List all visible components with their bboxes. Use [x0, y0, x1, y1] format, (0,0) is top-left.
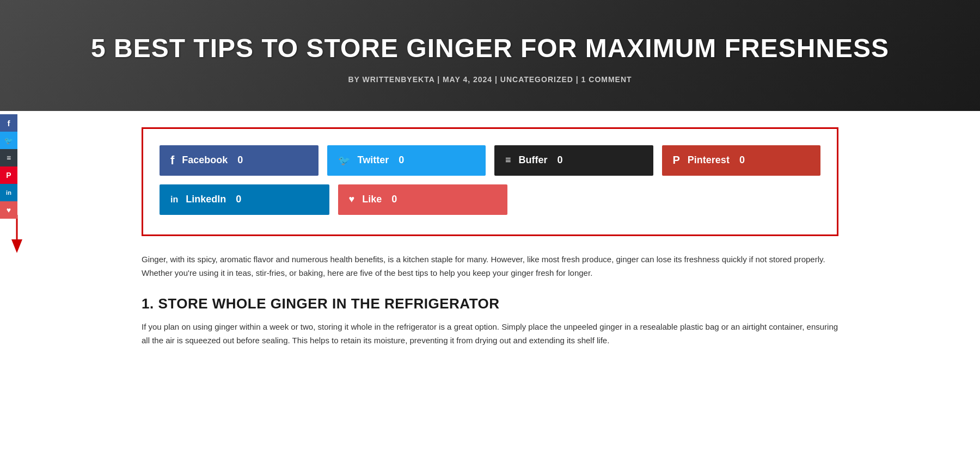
twitter-share-count: 0 [399, 155, 404, 166]
pinterest-share-label: Pinterest [688, 155, 730, 166]
share-row-2: in LinkedIn 0 ♥ Like 0 [160, 184, 820, 215]
love-share-count: 0 [391, 194, 397, 205]
linkedin-share-label: LinkedIn [186, 194, 226, 205]
main-content: f Facebook 0 🐦 Twitter 0 ≡ Buffer 0 P Pi… [109, 111, 871, 369]
meta-sep3: | [576, 75, 579, 84]
buffer-share-count: 0 [558, 155, 563, 166]
hero-section: 5 Best Tips to Store Ginger for Maximum … [0, 0, 980, 111]
meta-comments[interactable]: 1 COMMENT [581, 75, 632, 84]
sidebar-buffer-button[interactable]: ≡ [0, 149, 17, 166]
share-box: f Facebook 0 🐦 Twitter 0 ≡ Buffer 0 P Pi… [142, 127, 838, 236]
love-share-icon: ♥ [349, 194, 355, 205]
section1-heading: 1. Store Whole Ginger in the Refrigerato… [142, 295, 838, 312]
twitter-share-label: Twitter [358, 155, 389, 166]
linkedin-share-icon: in [170, 195, 178, 205]
sidebar-twitter-button[interactable]: 🐦 [0, 132, 17, 149]
facebook-icon: f [8, 119, 10, 128]
sidebar-linkedin-button[interactable]: in [0, 184, 17, 201]
linkedin-icon: in [6, 189, 11, 196]
meta-prefix: BY [348, 75, 359, 84]
svg-marker-1 [11, 239, 22, 253]
section1-text: If you plan on using ginger within a wee… [142, 320, 838, 348]
sidebar-social-panel: f 🐦 ≡ P in ♥ [0, 114, 17, 219]
meta-author[interactable]: WRITTENBYEKTA [362, 75, 434, 84]
share-facebook-button[interactable]: f Facebook 0 [160, 145, 318, 176]
page-title: 5 Best Tips to Store Ginger for Maximum … [22, 33, 958, 64]
buffer-share-label: Buffer [519, 155, 548, 166]
share-pinterest-button[interactable]: P Pinterest 0 [662, 145, 821, 176]
facebook-share-count: 0 [237, 155, 243, 166]
buffer-share-icon: ≡ [505, 155, 511, 166]
pinterest-share-count: 0 [739, 155, 745, 166]
share-buffer-button[interactable]: ≡ Buffer 0 [494, 145, 653, 176]
buffer-icon: ≡ [7, 153, 11, 162]
share-love-button[interactable]: ♥ Like 0 [338, 184, 508, 215]
love-share-label: Like [362, 194, 382, 205]
share-twitter-button[interactable]: 🐦 Twitter 0 [327, 145, 486, 176]
meta-date: MAY 4, 2024 [443, 75, 492, 84]
twitter-icon: 🐦 [4, 137, 13, 145]
share-row-1: f Facebook 0 🐦 Twitter 0 ≡ Buffer 0 P Pi… [160, 145, 820, 176]
love-icon: ♥ [7, 206, 11, 214]
facebook-share-label: Facebook [182, 155, 228, 166]
share-linkedin-button[interactable]: in LinkedIn 0 [160, 184, 329, 215]
facebook-share-icon: f [170, 153, 174, 168]
article-intro: Ginger, with its spicy, aromatic flavor … [142, 252, 838, 280]
meta-sep2: | [495, 75, 498, 84]
sidebar-facebook-button[interactable]: f [0, 114, 17, 132]
linkedin-share-count: 0 [236, 194, 241, 205]
arrow-indicator [3, 215, 30, 261]
sidebar-pinterest-button[interactable]: P [0, 166, 17, 184]
meta-category[interactable]: UNCATEGORIZED [500, 75, 573, 84]
twitter-share-icon: 🐦 [338, 155, 350, 166]
sidebar-love-button[interactable]: ♥ [0, 201, 17, 219]
pinterest-icon: P [6, 171, 11, 180]
post-meta: BY WRITTENBYEKTA | MAY 4, 2024 | UNCATEG… [22, 75, 958, 84]
pinterest-share-icon: P [673, 154, 680, 166]
meta-sep1: | [437, 75, 440, 84]
